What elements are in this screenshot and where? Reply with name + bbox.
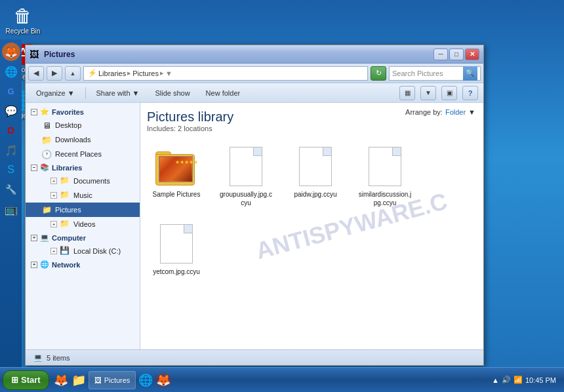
up-button[interactable]: ▲ — [65, 66, 81, 81]
nav-item-pictures[interactable]: 📁 Pictures — [26, 203, 140, 217]
folder-image-icon: ★★★★★ — [155, 146, 197, 187]
libraries-section[interactable]: − 📚 Libraries — [26, 161, 140, 174]
taskbar-firefox2-icon[interactable]: 🦊 — [155, 372, 171, 388]
refresh-button[interactable]: ↻ — [371, 66, 386, 81]
network-expand-icon: + — [31, 262, 37, 268]
status-bar: 💻 5 items — [26, 349, 483, 365]
nav-item-music[interactable]: + 📁 Music — [26, 188, 140, 203]
file-name-groupusually: groupusually.jpg.ccyu — [219, 190, 273, 207]
taskbar-pictures-item[interactable]: 🖼 Pictures — [89, 371, 136, 389]
file-name-similardiscussion: similardiscussion.jpg.ccyu — [358, 190, 412, 207]
localdisk-expand-icon: + — [50, 248, 57, 254]
nav-item-documents[interactable]: + 📁 Documents — [26, 174, 140, 188]
minimize-button[interactable]: ─ — [433, 49, 448, 60]
library-header: Pictures library Includes: 2 locations A… — [147, 109, 477, 132]
recent-nav-icon: 🕐 — [41, 149, 52, 159]
navigation-pane: − ⭐ Favorites 🖥 Desktop 📁 Downloads 🕐 Re… — [26, 103, 140, 349]
file-item-paidw[interactable]: paidw.jpg.ccyu — [286, 143, 345, 210]
videos-nav-icon: 📁 — [60, 219, 70, 229]
title-bar: 🖼 Pictures ─ □ ✕ — [26, 45, 483, 64]
recycle-bin-icon[interactable]: 🗑 Recycle Bin — [3, 3, 43, 37]
maximize-button[interactable]: □ — [449, 49, 464, 60]
file-grid: ★★★★★ Sample Pictures — [147, 138, 477, 284]
file-name-sample-pictures: Sample Pictures — [153, 190, 201, 199]
breadcrumb: ⚡ Libraries ▸ Pictures ▸ ▼ — [88, 69, 172, 77]
tray-clock: 10:45 PM — [525, 376, 556, 384]
media-icon[interactable]: 🎵 — [2, 141, 20, 159]
doc-icon-similardiscussion — [364, 146, 406, 187]
forward-button[interactable]: ▶ — [47, 66, 62, 81]
view-large-button[interactable]: ▣ — [441, 86, 457, 100]
opera-icon[interactable]: O — [2, 121, 20, 140]
favorites-section[interactable]: − ⭐ Favorites — [26, 106, 140, 118]
network-section[interactable]: + 🌐 Network — [26, 258, 140, 271]
close-button[interactable]: ✕ — [465, 49, 479, 60]
arrange-by-value: Folder — [445, 108, 466, 116]
tray-arrow-icon[interactable]: ▲ — [492, 376, 499, 384]
taskbar-items: 🦊 📁 🖼 Pictures 🌐 🦊 — [53, 371, 485, 389]
file-item-similardiscussion[interactable]: similardiscussion.jpg.ccyu — [355, 143, 414, 210]
status-computer-icon: 💻 — [33, 353, 43, 362]
view-small-button[interactable]: ▦ — [399, 86, 415, 100]
library-subtitle: Includes: 2 locations — [147, 125, 477, 132]
file-item-sample-pictures[interactable]: ★★★★★ Sample Pictures — [147, 143, 206, 210]
left-dock: 🦊 🌐 G 💬 O 🎵 S 🔧 📺 — [0, 39, 22, 367]
pictures-nav-icon: 📁 — [41, 205, 52, 215]
music-expand-icon: + — [50, 192, 57, 199]
doc-icon-groupusually — [225, 146, 267, 187]
file-name-yetcom: yetcom.jpg.ccyu — [153, 267, 200, 276]
back-button[interactable]: ◀ — [28, 66, 44, 81]
vlc-icon[interactable]: 📺 — [2, 200, 20, 218]
window-controls: ─ □ ✕ — [433, 49, 479, 60]
nav-item-local-disk[interactable]: + 💾 Local Disk (C:) — [26, 244, 140, 258]
start-button[interactable]: ⊞ Start — [3, 370, 49, 390]
arrange-by[interactable]: Arrange by: Folder ▼ — [405, 108, 475, 116]
desktop-nav-icon: 🖥 — [41, 120, 52, 130]
nav-item-desktop[interactable]: 🖥 Desktop — [26, 118, 140, 132]
taskbar: ⊞ Start 🦊 📁 🖼 Pictures 🌐 🦊 ▲ 🔊 📶 10:45 P… — [0, 367, 564, 392]
toolbar-separator — [85, 87, 86, 99]
help-button[interactable]: ? — [462, 86, 478, 100]
new-folder-button[interactable]: New folder — [201, 85, 246, 101]
google-icon[interactable]: G — [2, 82, 20, 100]
search-placeholder: Search Pictures — [392, 69, 461, 77]
organize-button[interactable]: Organize ▼ — [31, 85, 80, 101]
nav-item-recent[interactable]: 🕐 Recent Places — [26, 147, 140, 161]
file-view: Pictures library Includes: 2 locations A… — [140, 103, 483, 349]
address-bar: ◀ ▶ ▲ ⚡ Libraries ▸ Pictures ▸ ▼ ↻ Searc… — [26, 64, 483, 83]
address-field[interactable]: ⚡ Libraries ▸ Pictures ▸ ▼ — [83, 66, 368, 81]
tray-network-icon[interactable]: 📶 — [514, 376, 523, 384]
localdisk-nav-icon: 💾 — [60, 246, 70, 256]
window-title: Pictures — [44, 50, 433, 59]
doc-icon-paidw — [294, 146, 336, 187]
tray-sound-icon[interactable]: 🔊 — [502, 376, 511, 384]
file-name-paidw: paidw.jpg.ccyu — [294, 190, 336, 199]
explorer-window: 🖼 Pictures ─ □ ✕ ◀ ▶ ▲ ⚡ Libraries ▸ Pic… — [25, 45, 484, 366]
taskbar-chrome-icon[interactable]: 🌐 — [138, 372, 153, 388]
firefox-icon[interactable]: 🦊 — [2, 43, 20, 61]
nav-item-videos[interactable]: + 📁 Videos — [26, 217, 140, 231]
taskbar-explorer-icon[interactable]: 📁 — [71, 372, 87, 388]
ccleaner-icon[interactable]: 🔧 — [2, 180, 20, 199]
search-button[interactable]: 🔍 — [463, 66, 477, 81]
desktop: 🗑 Recycle Bin A Acrobat Reader DC 🌐 part… — [0, 0, 564, 392]
doc-icon-yetcom — [155, 223, 197, 265]
share-with-button[interactable]: Share with ▼ — [91, 85, 145, 101]
favorites-expand-icon: − — [31, 109, 37, 115]
videos-expand-icon: + — [50, 221, 57, 227]
file-item-yetcom[interactable]: yetcom.jpg.ccyu — [147, 220, 206, 279]
taskbar-firefox-icon[interactable]: 🦊 — [53, 372, 69, 388]
skype-icon[interactable]: 💬 — [2, 102, 20, 120]
slide-show-button[interactable]: Slide show — [150, 85, 195, 101]
status-text: 5 items — [47, 354, 70, 362]
nav-item-downloads[interactable]: 📁 Downloads — [26, 132, 140, 147]
libraries-expand-icon: − — [31, 165, 37, 171]
view-dropdown-button[interactable]: ▼ — [420, 86, 436, 100]
arrange-by-chevron: ▼ — [468, 108, 475, 116]
computer-section[interactable]: + 💻 Computer — [26, 231, 140, 244]
search-box[interactable]: Search Pictures 🔍 — [389, 66, 481, 81]
file-item-groupusually[interactable]: groupusually.jpg.ccyu — [216, 143, 275, 210]
chrome-icon[interactable]: 🌐 — [2, 62, 20, 81]
toolbar: Organize ▼ Share with ▼ Slide show New f… — [26, 83, 483, 103]
skype2-icon[interactable]: S — [2, 161, 20, 179]
